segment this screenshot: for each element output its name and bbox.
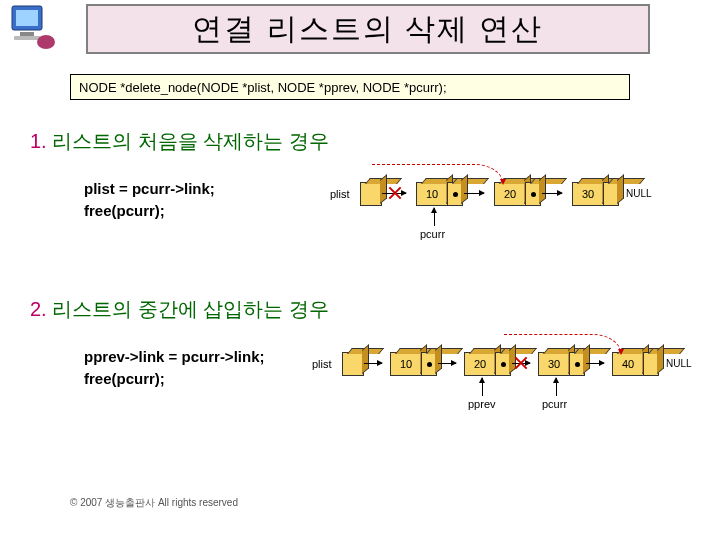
code-1-line-2: free(pcurr);: [84, 200, 215, 222]
function-signature-box: NODE *delete_node(NODE *plist, NODE *ppr…: [70, 74, 630, 100]
svg-point-4: [37, 35, 55, 49]
arrow-icon: [438, 363, 456, 364]
dashed-arrow-icon: [372, 164, 503, 183]
svg-rect-1: [16, 10, 38, 26]
d1-node-0: 10: [416, 182, 448, 206]
up-arrow-icon: [556, 378, 557, 396]
code-block-1: plist = pcurr->link; free(pcurr);: [84, 178, 215, 222]
section-2-text: 리스트의 중간에 삽입하는 경우: [52, 298, 329, 320]
copyright-footer: © 2007 생능출판사 All rights reserved: [70, 496, 238, 510]
d1-node-1: 20: [494, 182, 526, 206]
section-2-number: 2.: [30, 298, 47, 320]
d2-pprev-label: pprev: [468, 398, 496, 410]
d2-pcurr-label: pcurr: [542, 398, 567, 410]
x-mark-icon: [514, 356, 528, 370]
d1-node-2: 30: [572, 182, 604, 206]
up-arrow-icon: [482, 378, 483, 396]
dashed-arrow-icon: [504, 334, 621, 353]
svg-rect-3: [14, 36, 40, 40]
code-block-2: pprev->link = pcurr->link; free(pcurr);: [84, 346, 264, 390]
diagram-1: plist 10 20 30 NULL pcurr: [330, 170, 670, 250]
d1-null: NULL: [626, 188, 652, 199]
slide-title: 연결 리스트의 삭제 연산: [86, 4, 650, 54]
section-1-text: 리스트의 처음을 삭제하는 경우: [52, 130, 329, 152]
d2-node-3: 40: [612, 352, 644, 376]
diagram-2: plist 10 20 30 40 NULL pprev pcu: [312, 340, 692, 420]
arrow-icon: [464, 193, 484, 194]
code-2-line-2: free(pcurr);: [84, 368, 264, 390]
code-1-line-1: plist = pcurr->link;: [84, 178, 215, 200]
arrow-icon: [586, 363, 604, 364]
computer-icon: [6, 4, 58, 56]
svg-rect-6: [47, 36, 51, 40]
d2-node-2: 30: [538, 352, 570, 376]
code-2-line-1: pprev->link = pcurr->link;: [84, 346, 264, 368]
d2-null: NULL: [666, 358, 692, 369]
d1-pcurr-label: pcurr: [420, 228, 445, 240]
d2-plist-label: plist: [312, 358, 332, 370]
arrow-icon: [364, 363, 382, 364]
title-text: 연결 리스트의 삭제 연산: [192, 9, 543, 50]
up-arrow-icon: [434, 208, 435, 226]
svg-rect-5: [41, 36, 45, 40]
arrow-icon: [542, 193, 562, 194]
d2-node-1: 20: [464, 352, 496, 376]
section-1-heading: 1. 리스트의 처음을 삭제하는 경우: [30, 128, 329, 155]
function-signature: NODE *delete_node(NODE *plist, NODE *ppr…: [79, 80, 447, 95]
section-1-number: 1.: [30, 130, 47, 152]
x-mark-icon: [388, 186, 402, 200]
svg-rect-2: [20, 32, 34, 36]
section-2-heading: 2. 리스트의 중간에 삽입하는 경우: [30, 296, 329, 323]
d2-node-0: 10: [390, 352, 422, 376]
d1-plist-label: plist: [330, 188, 350, 200]
